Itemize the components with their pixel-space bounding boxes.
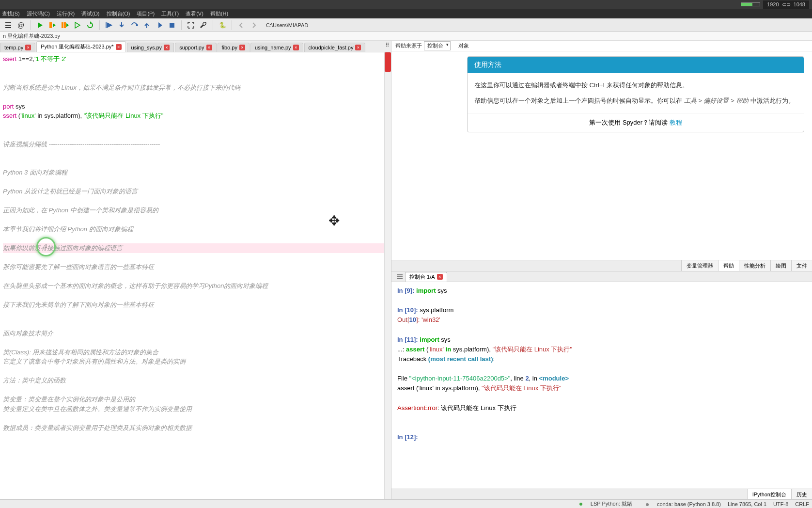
wrench-icon[interactable] (198, 20, 209, 31)
menu-item[interactable]: 查找(S) (2, 10, 20, 17)
resolution-badge: 1920⊂⊃1048 (763, 0, 809, 9)
console-tab[interactable]: 控制台 1/A × (405, 272, 447, 282)
menu-item[interactable]: 帮助(H) (210, 10, 228, 17)
menubar[interactable]: 查找(S)源代码(C)运行(R)调试(D)控制台(O)项目(P)工具(T)查看(… (0, 9, 812, 18)
statusbar: LSP Python: 就绪 conda: base (Python 3.8.8… (0, 499, 812, 508)
editor-tab[interactable]: fibo.py× (218, 43, 250, 52)
close-icon[interactable]: × (239, 45, 245, 50)
editor-tab[interactable]: support.py× (175, 43, 216, 52)
debug-step-icon[interactable] (104, 20, 114, 31)
debug-continue-icon[interactable] (154, 20, 165, 31)
console-footer-tabs: IPython控制台历史 (391, 489, 812, 499)
status-conda: conda: base (Python 3.8.8) (639, 501, 721, 507)
help-source-label: 帮助来源于 (395, 42, 422, 49)
editor-tab[interactable]: cloudpickle_fast.py× (304, 43, 366, 52)
editor-tab[interactable]: using_sys.py× (127, 43, 174, 52)
run-icon[interactable] (34, 20, 45, 31)
working-dir: C:\Users\MIAPAD (266, 22, 308, 28)
help-body: 使用方法 在这里你可以通过在编辑器或者终端中按 Ctrl+I 来获得任何对象的帮… (391, 51, 812, 260)
debug-over-icon[interactable] (129, 20, 140, 31)
editor-tab[interactable]: using_name.py× (250, 43, 303, 52)
debug-stop-icon[interactable] (167, 20, 177, 31)
debug-out-icon[interactable] (141, 20, 152, 31)
close-icon[interactable]: × (293, 45, 299, 50)
run-cell-icon[interactable] (47, 20, 58, 31)
help-text-1: 在这里你可以通过在编辑器或者终端中按 Ctrl+I 来获得任何对象的帮助信息。 (474, 80, 797, 91)
help-object-label: 对象 (458, 42, 469, 49)
menu-item[interactable]: 源代码(C) (27, 10, 50, 17)
menu-item[interactable]: 工具(T) (161, 10, 179, 17)
editor-pane: temp.py×Python 里化编程基础-2023.py*×using_sys… (0, 41, 391, 499)
rerun-icon[interactable] (85, 20, 95, 31)
tab-label: temp.py (4, 45, 23, 50)
editor-scrollbar[interactable] (384, 52, 391, 499)
run-selection-icon[interactable] (72, 20, 83, 31)
tab-label: Python 里化编程基础-2023.py* (41, 43, 113, 50)
os-titlebar: 1920⊂⊃1048 (0, 0, 812, 9)
tab-label: using_sys.py (131, 45, 162, 50)
maximize-icon[interactable] (186, 20, 196, 31)
code-editor[interactable]: ssert 1==2,'1 不等于 2' 判断当前系统是否为 Linux，如果不… (0, 52, 391, 499)
forward-icon[interactable] (249, 20, 259, 31)
svg-rect-3 (170, 23, 174, 28)
status-encoding: UTF-8 (773, 501, 788, 507)
menu-item[interactable]: 控制台(O) (107, 10, 130, 17)
right-tab[interactable]: 性能分析 (739, 260, 770, 271)
menu-item[interactable]: 查看(V) (186, 10, 203, 17)
help-card: 使用方法 在这里你可以通过在编辑器或者终端中按 Ctrl+I 来获得任何对象的帮… (467, 56, 804, 132)
console-footer-tab[interactable]: IPython控制台 (747, 489, 791, 499)
help-toolbar: 帮助来源于 控制台 对象 (391, 41, 812, 51)
help-card-title: 使用方法 (468, 57, 804, 73)
at-icon[interactable]: @ (16, 20, 26, 31)
status-lsp: LSP Python: 就绪 (573, 500, 632, 508)
menu-item[interactable]: 调试(D) (81, 10, 99, 17)
tab-label: fibo.py (222, 45, 237, 50)
help-source-dropdown[interactable]: 控制台 (424, 41, 451, 50)
close-icon[interactable]: × (164, 45, 170, 50)
editor-tabbar: temp.py×Python 里化编程基础-2023.py*×using_sys… (0, 41, 391, 52)
console-footer-tab[interactable]: 历史 (791, 489, 812, 499)
right-tab[interactable]: 变量管理器 (681, 260, 718, 271)
svg-rect-1 (62, 22, 63, 28)
editor-tab[interactable]: Python 里化编程基础-2023.py*× (36, 41, 125, 52)
status-eol: CRLF (795, 501, 809, 507)
editor-tab[interactable]: temp.py× (0, 43, 35, 52)
ipython-console[interactable]: In [9]: import sys In [10]: sys.platform… (391, 282, 812, 489)
help-card-footer: 第一次使用 Spyder？请阅读 教程 (468, 113, 804, 132)
menu-item[interactable]: 项目(P) (137, 10, 155, 17)
right-pane: 帮助来源于 控制台 对象 使用方法 在这里你可以通过在编辑器或者终端中按 Ctr… (391, 41, 812, 499)
main-toolbar: @ 🐍 C:\Users\MIAPAD (0, 18, 812, 32)
right-tab[interactable]: 绘图 (770, 260, 791, 271)
back-icon[interactable] (236, 20, 247, 31)
tab-label: cloudpickle_fast.py (309, 45, 354, 50)
console-header: 控制台 1/A × (391, 271, 812, 282)
right-tab[interactable]: 文件 (791, 260, 812, 271)
battery-icon (741, 2, 760, 6)
menu-item[interactable]: 运行(R) (57, 10, 75, 17)
pane-options-icon[interactable] (386, 43, 391, 48)
tab-label: using_name.py (255, 45, 291, 50)
right-tab[interactable]: 帮助 (718, 260, 739, 271)
close-icon[interactable]: × (437, 274, 443, 280)
run-cell-advance-icon[interactable] (60, 20, 70, 31)
tab-label: support.py (179, 45, 204, 50)
close-icon[interactable]: × (355, 45, 361, 50)
python-icon[interactable]: 🐍 (217, 20, 228, 31)
close-icon[interactable]: × (25, 45, 31, 50)
breadcrumb: n 里化编程基础-2023.py (0, 32, 812, 41)
close-icon[interactable]: × (116, 44, 122, 50)
status-position: Line 7865, Col 1 (728, 501, 766, 507)
menu-icon[interactable] (3, 20, 14, 31)
svg-rect-2 (64, 22, 66, 28)
right-pane-tabs: 变量管理器帮助性能分析绘图文件 (391, 260, 812, 271)
svg-rect-0 (49, 22, 52, 28)
debug-into-icon[interactable] (116, 20, 127, 31)
help-text-2: 帮助信息可以在一个对象之后加上一个左圆括号的时候自动显示。你可以在 工具 > 偏… (474, 95, 797, 106)
close-icon[interactable]: × (206, 45, 212, 50)
console-menu-icon[interactable] (394, 271, 405, 282)
tutorial-link[interactable]: 教程 (670, 119, 682, 126)
